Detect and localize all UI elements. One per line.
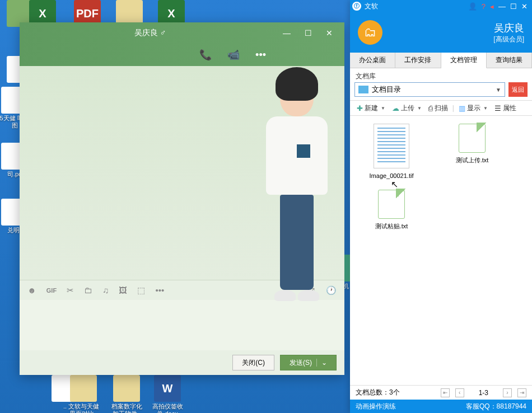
close-button[interactable]: ✕ <box>319 25 340 41</box>
footer-right[interactable]: 客服QQ：88187944 <box>466 402 526 411</box>
file-name: Image_00021.tif <box>358 172 425 180</box>
folder-name: 文档目录 <box>372 85 401 95</box>
user-name: 吴庆良 <box>382 21 524 35</box>
dropdown-icon[interactable]: ▼ <box>496 87 501 93</box>
tab-3[interactable]: 查询结果 <box>487 53 532 68</box>
screenshot-icon[interactable]: ✂ <box>67 285 74 295</box>
more-icon[interactable]: ••• <box>255 49 266 61</box>
file-item[interactable]: Image_00021.tif <box>358 124 425 180</box>
total-label: 文档总数：3个 <box>356 388 400 397</box>
mouse-cursor-icon: ↖ <box>391 179 398 190</box>
chat-titlebar[interactable]: 吴庆良 ♂ — ☐ ✕ <box>20 22 344 44</box>
file-toolbar: ✚新建▼ ☁上传▼ ⎙扫描 | ▥显示▼ ☰属性 <box>350 100 532 116</box>
pager: 文档总数：3个 ⇤ ‹ 1-3 › ⇥ <box>350 385 532 400</box>
call-icon[interactable]: 📞 <box>199 49 212 61</box>
desktop-icon[interactable]: W高拍仪签收 单.docx <box>150 375 185 413</box>
scan-button[interactable]: ⎙扫描 <box>426 102 450 114</box>
prev-page-button[interactable]: ‹ <box>455 388 464 397</box>
close-chat-button[interactable]: 关闭(C) <box>232 355 274 370</box>
back-button[interactable]: 返回 <box>508 82 528 97</box>
tab-0[interactable]: 办公桌面 <box>350 53 395 68</box>
user-role: [高级会员] <box>382 35 524 44</box>
file-name: 测试上传.txt <box>438 156 506 164</box>
next-page-button[interactable]: › <box>503 388 512 397</box>
panel-close-button[interactable]: ✕ <box>521 2 528 11</box>
more-tools-icon[interactable]: ••• <box>155 285 164 295</box>
tab-2[interactable]: 文档管理 <box>441 53 487 68</box>
page-range: 1-3 <box>479 389 488 397</box>
app-logo-icon: ⓕ <box>352 2 361 11</box>
new-button[interactable]: ✚新建▼ <box>354 102 388 114</box>
video-icon[interactable]: 📹 <box>227 49 240 61</box>
desktop-icon[interactable]: 档案数字化 加工软件.. <box>109 375 144 413</box>
gif-icon[interactable]: GIF <box>46 287 57 294</box>
music-icon[interactable]: ♫ <box>102 285 109 295</box>
file-icon <box>378 190 405 219</box>
image-icon[interactable]: 🖼 <box>119 285 127 295</box>
emoji-icon[interactable]: ☻ <box>27 285 36 295</box>
panel-footer: 动画操作演练 客服QQ：88187944 <box>350 400 532 413</box>
user-status-icon[interactable]: 👤 <box>468 2 477 11</box>
chat-window: 吴庆良 ♂ — ☐ ✕ 📞 📹 ••• ☻ GIF ✂ 🗀 ♫ 🖼 ⬚ ••• … <box>20 22 344 375</box>
chat-message-area <box>20 66 344 280</box>
file-item[interactable]: 测试粘贴.txt <box>358 190 425 230</box>
sound-icon[interactable]: ◂ <box>490 2 494 11</box>
upload-button[interactable]: ☁上传▼ <box>390 102 424 114</box>
footer-left[interactable]: 动画操作演练 <box>356 402 396 411</box>
folder-select[interactable]: 文档目录 ▼ <box>354 82 505 97</box>
file-grid: Image_00021.tif测试上传.txt测试粘贴.txt <box>350 116 532 385</box>
panel-titlebar[interactable]: ⓕ 文软 👤 ? ◂ — ☐ ✕ <box>350 0 532 12</box>
desktop-icon[interactable]: 文软与天健 界面对比.. <box>66 375 101 413</box>
maximize-button[interactable]: ☐ <box>297 25 319 41</box>
tab-1[interactable]: 工作安排 <box>395 53 441 68</box>
file-item[interactable]: 测试上传.txt <box>438 124 506 180</box>
tab-bar: 办公桌面工作安排文档管理查询结果 <box>350 53 532 68</box>
app-name: 文软 <box>365 2 378 11</box>
minimize-button[interactable]: — <box>276 25 297 41</box>
contact-avatar <box>260 66 333 290</box>
file-icon[interactable]: 🗀 <box>84 285 92 295</box>
panel-header: 🗂 吴庆良 [高级会员] <box>350 12 532 53</box>
send-button[interactable]: 发送(S)⌄ <box>280 355 337 370</box>
chat-button-bar: 关闭(C) 发送(S)⌄ <box>20 350 344 375</box>
panel-minimize-button[interactable]: — <box>498 2 506 11</box>
file-name: 测试粘贴.txt <box>358 222 425 230</box>
gender-icon: ♂ <box>160 28 166 37</box>
doclib-label: 文档库 <box>350 68 532 82</box>
file-icon <box>374 124 409 168</box>
last-page-button[interactable]: ⇥ <box>517 388 526 397</box>
chat-action-bar: 📞 📹 ••• <box>20 44 344 66</box>
send-dropdown-icon[interactable]: ⌄ <box>316 359 327 367</box>
shake-icon[interactable]: ⬚ <box>137 285 145 295</box>
properties-button[interactable]: ☰属性 <box>492 102 519 114</box>
chat-input-area[interactable] <box>20 300 344 350</box>
app-panel: ⓕ 文软 👤 ? ◂ — ☐ ✕ 🗂 吴庆良 [高级会员] 办公桌面工作安排文档… <box>350 0 532 413</box>
user-avatar-icon[interactable]: 🗂 <box>358 20 382 45</box>
file-icon <box>459 124 486 153</box>
folder-icon <box>358 86 368 93</box>
help-icon[interactable]: ? <box>482 2 486 11</box>
display-button[interactable]: ▥显示▼ <box>456 102 490 114</box>
chat-title: 吴庆良 ♂ <box>24 28 276 38</box>
panel-maximize-button[interactable]: ☐ <box>510 2 517 11</box>
first-page-button[interactable]: ⇤ <box>441 388 450 397</box>
